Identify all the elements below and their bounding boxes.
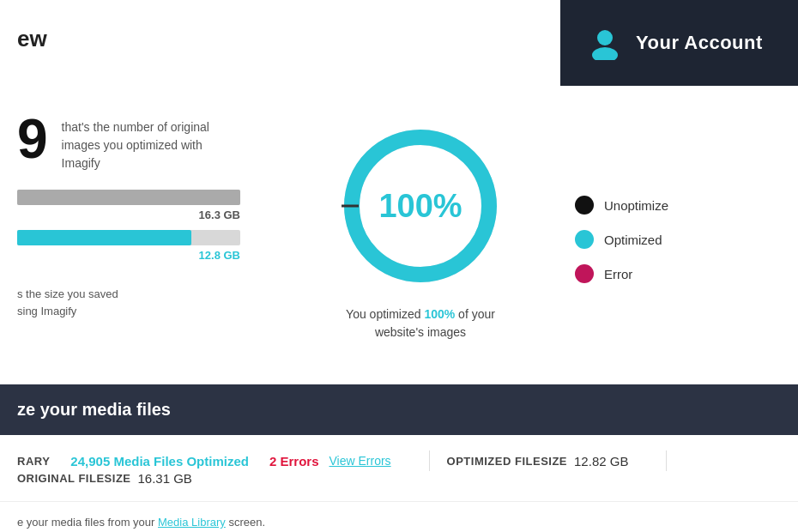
stat-separator-1 <box>429 450 430 471</box>
legend-label-error: Error <box>604 267 632 281</box>
stats-bar: RARY 24,905 Media Files Optimized 2 Erro… <box>0 435 798 502</box>
donut-chart: 100% <box>335 120 506 292</box>
legend-item-unoptimized: Unoptimize <box>575 196 781 215</box>
center-chart: 100% You optimized 100% of your website'… <box>275 103 566 359</box>
errors-count: 2 Errors <box>269 454 319 469</box>
optimized-filesize-label: OPTIMIZED FILESIZE <box>447 455 567 468</box>
library-item: RARY <box>17 455 70 468</box>
error-dot <box>575 264 594 283</box>
right-legend: Unoptimize Optimized Error <box>566 103 781 359</box>
svg-point-1 <box>592 47 618 60</box>
original-bar-row: 16.3 GB <box>17 190 257 221</box>
size-desc: s the size you saved sing Imagify <box>17 286 257 319</box>
optimized-filesize-item: OPTIMIZED FILESIZE 12.82 GB <box>447 454 650 469</box>
stat-description: that's the number of original images you… <box>62 118 216 172</box>
chart-subtitle: You optimized 100% of your website's ima… <box>346 305 495 342</box>
donut-center-text: 100% <box>378 190 462 222</box>
hint-bar: e your media files from your Media Libra… <box>0 502 798 532</box>
account-icon-wrap <box>586 24 624 62</box>
optimize-section: ze your media files <box>0 384 798 435</box>
svg-point-0 <box>597 30 613 45</box>
size-desc-line1: s the size you saved <box>17 287 118 300</box>
page-title: ew <box>17 26 47 51</box>
optimized-dot <box>575 230 594 249</box>
hint-text-before: e your media files from your <box>17 516 154 529</box>
media-files-optimized: 24,905 Media Files Optimized <box>70 454 249 469</box>
chart-subtitle-highlight: 100% <box>424 307 455 321</box>
legend-item-error: Error <box>575 264 781 283</box>
account-label: Your Account <box>636 32 763 54</box>
optimized-bar-fill <box>17 230 191 245</box>
stat-separator-2 <box>666 450 667 471</box>
legend-item-optimized: Optimized <box>575 230 781 249</box>
big-number: 9 <box>17 112 48 166</box>
original-bar-track <box>17 190 240 205</box>
original-filesize-item: ORIGINAL FILESIZE 16.31 GB <box>17 471 213 486</box>
user-icon <box>588 26 622 60</box>
chart-subtitle-text1: You optimized <box>346 307 420 321</box>
original-bar-fill <box>17 190 240 205</box>
unoptimized-dot <box>575 196 594 215</box>
left-stats: 9 that's the number of original images y… <box>0 103 275 359</box>
size-desc-line2: sing Imagify <box>17 305 76 317</box>
chart-subtitle-text3: website's images <box>375 325 466 339</box>
page-title-area: ew <box>0 26 47 52</box>
optimized-bar-row: 12.8 GB <box>17 230 257 262</box>
legend-label-unoptimized: Unoptimize <box>604 198 668 213</box>
optimized-size-label: 12.8 GB <box>17 249 240 262</box>
optimized-filesize-value: 12.82 GB <box>574 454 628 469</box>
original-filesize-value: 16.31 GB <box>138 471 192 486</box>
stat-number-row: 9 that's the number of original images y… <box>17 112 257 172</box>
chart-subtitle-text2: of your <box>458 307 495 321</box>
errors-item: 2 Errors View Errors <box>269 454 412 469</box>
hint-text-after: screen. <box>228 516 265 529</box>
optimized-bar-track <box>17 230 240 245</box>
media-library-link[interactable]: Media Library <box>158 516 226 529</box>
media-files-item: 24,905 Media Files Optimized <box>70 454 269 469</box>
size-bars: 16.3 GB 12.8 GB <box>17 190 257 262</box>
legend-label-optimized: Optimized <box>604 233 662 247</box>
optimize-title: ze your media files <box>17 400 171 419</box>
view-errors-link[interactable]: View Errors <box>329 454 390 468</box>
top-bar: ew Your Account <box>0 0 798 86</box>
main-content: 9 that's the number of original images y… <box>0 86 798 376</box>
original-filesize-label: ORIGINAL FILESIZE <box>17 472 131 485</box>
library-label: RARY <box>17 455 50 468</box>
original-size-label: 16.3 GB <box>17 209 240 221</box>
account-button[interactable]: Your Account <box>560 0 798 86</box>
